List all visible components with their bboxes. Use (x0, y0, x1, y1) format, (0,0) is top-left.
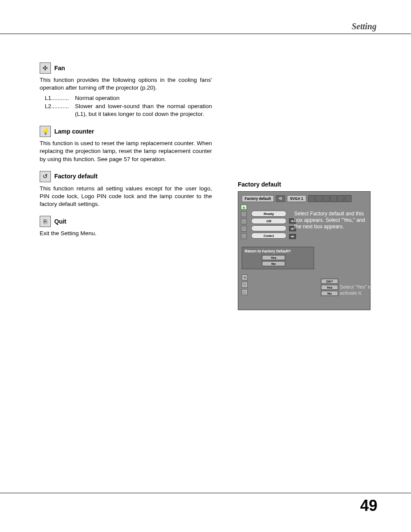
fan-options: L1 Normal operation L2 Slower and lower-… (45, 94, 212, 118)
osd-pill-blank (251, 225, 286, 231)
osd-menu-icon (345, 195, 352, 202)
page-header: Setting (352, 22, 377, 31)
osd-side-icon (241, 218, 247, 224)
figure-callout-2: Select "Yes" to activate it. (340, 284, 383, 296)
quit-icon: ⎘ (40, 216, 51, 227)
section-fan-body: This function provides the following opt… (40, 76, 212, 92)
fan-l1-key: L1 (45, 95, 51, 101)
osd-small-icon: ⟲ (242, 274, 248, 280)
osd-top-iconbar (308, 195, 352, 202)
osd-menu-icon (308, 195, 315, 202)
osd-screenshot: Factory default ⟲ SVGA 1 ▲ Ready Off Cod… (238, 191, 371, 310)
section-lamp-body: This function is used to reset the lamp … (40, 140, 212, 163)
osd-pill-off: Off (251, 218, 286, 224)
page-number: 49 (360, 497, 377, 515)
osd-menu-icon (315, 195, 322, 202)
osd-lr-arrows-icon: ◂▸ (289, 234, 296, 239)
section-lamp-title: Lamp counter (54, 128, 94, 136)
osd-ok-dialog: OK? Yes No (321, 279, 338, 296)
osd-ok-yes-button[interactable]: Yes (321, 285, 338, 290)
factory-icon: ↺ (40, 171, 51, 182)
main-text-column: ✣ Fan This function provides the followi… (40, 62, 212, 240)
fan-l1-val: Normal operation (75, 94, 212, 102)
osd-lower-left-icons: ⟲ ▽ ▢ (242, 274, 248, 295)
section-factory-title: Factory default (54, 172, 97, 180)
osd-confirm-dialog: Return to Factory Default? Yes No (242, 247, 314, 269)
osd-pill-code1: Code1 (251, 233, 286, 239)
figure-column: Factory default Factory default ⟲ SVGA 1… (238, 181, 371, 310)
osd-menu-icon (323, 195, 330, 202)
osd-pill-ready: Ready (251, 211, 286, 217)
osd-left-icons: ▲ (241, 205, 248, 239)
osd-yes-button[interactable]: Yes (262, 255, 285, 260)
osd-menu-icon (330, 195, 337, 202)
osd-top-icon: ⟲ (276, 195, 285, 202)
osd-dialog-title: Return to Factory Default? (245, 249, 311, 253)
fan-option-l1: L1 Normal operation (45, 94, 212, 102)
section-fan-title: Fan (54, 64, 65, 72)
osd-side-icon (241, 233, 247, 239)
osd-ok-label: OK? (321, 279, 338, 284)
fan-l2-key: L2 (45, 103, 51, 109)
osd-value-pills: Ready Off Code1 ◂▸ ◂▸ ◂▸ (251, 211, 286, 239)
header-rule (0, 34, 411, 34)
osd-top-bar: Factory default ⟲ SVGA 1 (242, 194, 367, 203)
section-factory-heading: ↺ Factory default (40, 171, 212, 182)
osd-side-icon (241, 211, 247, 217)
footer-rule (0, 493, 411, 493)
osd-menu-icon (337, 195, 344, 202)
osd-small-icon: ▢ (242, 289, 248, 295)
osd-top-label: Factory default (242, 195, 274, 202)
osd-no-button[interactable]: No (262, 261, 285, 266)
section-quit-body: Exit the Setting Menu. (40, 230, 212, 237)
figure-callout-1: Select Factory default and this box appe… (294, 211, 367, 230)
section-quit-heading: ⎘ Quit (40, 216, 212, 227)
osd-up-arrow-icon: ▲ (241, 205, 247, 210)
section-factory-body: This function returns all setting values… (40, 185, 212, 208)
section-quit-title: Quit (54, 218, 66, 226)
osd-top-mode: SVGA 1 (287, 195, 306, 202)
lamp-icon: 💡 (40, 126, 51, 137)
section-lamp-heading: 💡 Lamp counter (40, 126, 212, 137)
osd-ok-no-button[interactable]: No (321, 291, 338, 296)
figure-title: Factory default (238, 181, 371, 188)
fan-l2-val: Slower and lower-sound than the normal o… (75, 103, 212, 118)
fan-option-l2: L2 Slower and lower-sound than the norma… (45, 103, 212, 118)
osd-down-arrow-icon: ▽ (242, 282, 248, 288)
fan-icon: ✣ (40, 62, 51, 74)
osd-side-icon (241, 226, 247, 232)
section-fan-heading: ✣ Fan (40, 62, 212, 74)
